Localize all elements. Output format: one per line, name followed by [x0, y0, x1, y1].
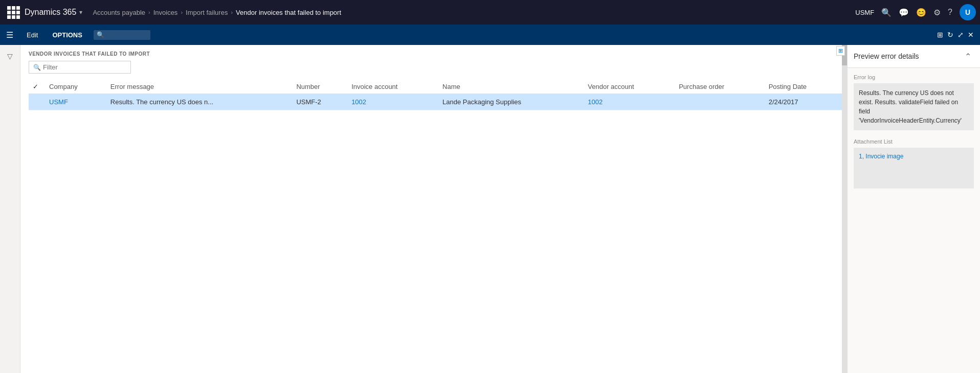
edit-button[interactable]: Edit: [24, 29, 41, 41]
top-nav-bar: Dynamics 365 ▾ Accounts payable › Invoic…: [0, 0, 980, 25]
close-icon[interactable]: ✕: [968, 31, 974, 39]
col-check: ✓: [29, 80, 45, 94]
preview-panel: Preview error details ⌃ ⊞ Error log Resu…: [847, 45, 980, 373]
toolbar-search-wrap[interactable]: 🔍: [94, 30, 150, 40]
breadcrumb-import-failures[interactable]: Import failures: [186, 9, 228, 16]
breadcrumb-sep-1: ›: [148, 9, 150, 15]
row-invoice-account[interactable]: 1002: [347, 94, 438, 110]
col-error-message: Error message: [106, 80, 293, 94]
top-right-nav: USMF 🔍 💬 😊 ⚙ ? U: [855, 4, 976, 20]
breadcrumb-accounts-payable[interactable]: Accounts payable: [93, 9, 145, 16]
row-purchase-order: [675, 94, 764, 110]
window-icon[interactable]: ⊞: [937, 31, 943, 39]
user-circle-icon[interactable]: 😊: [916, 8, 926, 17]
avatar[interactable]: U: [960, 4, 976, 20]
breadcrumb: Accounts payable › Invoices › Import fai…: [93, 9, 855, 16]
preview-header: Preview error details ⌃: [848, 45, 980, 68]
main-layout: ▽ VENDOR INVOICES THAT FAILED TO IMPORT …: [0, 45, 980, 373]
row-vendor-account[interactable]: 1002: [584, 94, 675, 110]
filter-input-wrap[interactable]: 🔍: [29, 61, 131, 74]
attachment-list-box: 1, Invocie image: [854, 148, 974, 189]
left-sidebar: ▽: [0, 45, 20, 373]
brand-name: Dynamics 365: [25, 8, 76, 17]
toolbar-right-icons: ⊞ ↻ ⤢ ✕: [937, 31, 974, 39]
app-grid-icon: [7, 6, 20, 19]
toolbar-search-input[interactable]: [106, 31, 147, 39]
col-company: Company: [45, 80, 106, 94]
row-company[interactable]: USMF: [45, 94, 106, 110]
panel-expand-icon[interactable]: ⊞: [836, 46, 845, 56]
breadcrumb-invoices[interactable]: Invoices: [153, 9, 178, 16]
row-posting-date: 2/24/2017: [765, 94, 842, 110]
sidebar-filter-icon[interactable]: ▽: [4, 49, 16, 63]
row-check: [29, 94, 45, 110]
expand-icon[interactable]: ⤢: [957, 31, 964, 39]
error-log-box: Results. The currency US does not exist.…: [854, 83, 974, 130]
app-grid-button[interactable]: [4, 3, 23, 21]
table-area: ✓ Company Error message Number Invoice a…: [20, 80, 842, 373]
error-log-text: Results. The currency US does not exist.…: [859, 89, 962, 124]
filter-input[interactable]: [43, 63, 125, 71]
row-number: USMF-2: [292, 94, 347, 110]
vertical-scrollbar[interactable]: [842, 45, 847, 373]
attachment-list-label: Attachment List: [854, 138, 974, 145]
invoices-table: ✓ Company Error message Number Invoice a…: [29, 80, 842, 110]
attachment-item[interactable]: 1, Invocie image: [859, 153, 903, 160]
toolbar-search-icon: 🔍: [97, 31, 104, 38]
refresh-icon[interactable]: ↻: [947, 31, 953, 39]
org-name: USMF: [855, 9, 874, 16]
filter-search-icon: 🔍: [33, 64, 41, 71]
breadcrumb-sep-3: ›: [231, 9, 233, 15]
settings-icon[interactable]: ⚙: [933, 8, 941, 17]
table-row[interactable]: USMF Results. The currency US does n... …: [29, 94, 842, 110]
hamburger-menu-icon[interactable]: ☰: [6, 30, 13, 40]
table-header-row: ✓ Company Error message Number Invoice a…: [29, 80, 842, 94]
chat-icon[interactable]: 💬: [899, 8, 909, 17]
preview-title: Preview error details: [854, 52, 919, 60]
col-purchase-order: Purchase order: [675, 80, 764, 94]
secondary-toolbar: ☰ Edit OPTIONS 🔍 ⊞ ↻ ⤢ ✕: [0, 25, 980, 45]
page-header: VENDOR INVOICES THAT FAILED TO IMPORT 🔍: [20, 45, 842, 80]
preview-panel-header-wrap: Preview error details ⌃ ⊞: [848, 45, 980, 68]
error-log-label: Error log: [854, 74, 974, 80]
col-name: Name: [438, 80, 584, 94]
row-error-message: Results. The currency US does n...: [106, 94, 293, 110]
help-icon[interactable]: ?: [948, 8, 952, 17]
row-name: Lande Packaging Supplies: [438, 94, 584, 110]
filter-bar: 🔍: [29, 61, 834, 74]
breadcrumb-current: Vendor invoices that failed to import: [236, 9, 341, 16]
brand-chevron: ▾: [79, 9, 82, 16]
col-posting-date: Posting Date: [765, 80, 842, 94]
preview-collapse-button[interactable]: ⌃: [962, 50, 974, 62]
col-vendor-account: Vendor account: [584, 80, 675, 94]
brand-title[interactable]: Dynamics 365 ▾: [25, 8, 82, 17]
content-area: VENDOR INVOICES THAT FAILED TO IMPORT 🔍 …: [20, 45, 842, 373]
page-title: VENDOR INVOICES THAT FAILED TO IMPORT: [29, 51, 834, 57]
search-icon[interactable]: 🔍: [881, 8, 892, 17]
breadcrumb-sep-2: ›: [181, 9, 183, 15]
preview-content: Error log Results. The currency US does …: [848, 68, 980, 373]
col-number: Number: [292, 80, 347, 94]
options-button[interactable]: OPTIONS: [49, 29, 85, 41]
col-invoice-account: Invoice account: [347, 80, 438, 94]
